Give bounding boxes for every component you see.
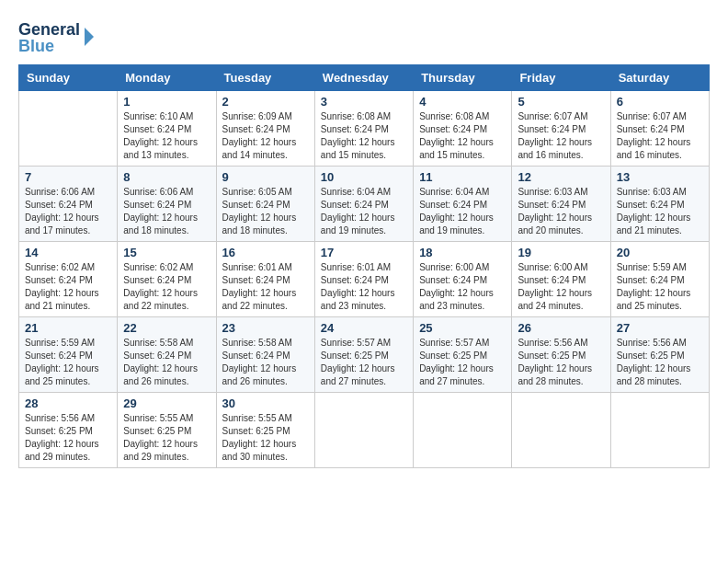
calendar-cell	[19, 91, 118, 167]
day-header-thursday: Thursday	[414, 65, 512, 91]
day-info: Sunrise: 5:57 AM Sunset: 6:25 PM Dayligh…	[321, 337, 407, 388]
day-number: 8	[123, 170, 210, 184]
day-info: Sunrise: 6:08 AM Sunset: 6:24 PM Dayligh…	[321, 110, 407, 162]
day-info: Sunrise: 5:59 AM Sunset: 6:24 PM Dayligh…	[25, 337, 111, 388]
day-header-tuesday: Tuesday	[216, 65, 314, 91]
day-info: Sunrise: 6:08 AM Sunset: 6:24 PM Dayligh…	[419, 110, 506, 162]
day-info: Sunrise: 5:56 AM Sunset: 6:25 PM Dayligh…	[518, 337, 604, 388]
day-info: Sunrise: 6:05 AM Sunset: 6:24 PM Dayligh…	[222, 186, 309, 237]
day-info: Sunrise: 6:04 AM Sunset: 6:24 PM Dayligh…	[321, 186, 407, 237]
calendar-cell: 11Sunrise: 6:04 AM Sunset: 6:24 PM Dayli…	[414, 167, 512, 242]
calendar-cell: 14Sunrise: 6:02 AM Sunset: 6:24 PM Dayli…	[19, 242, 118, 317]
calendar-week-1: 1Sunrise: 6:10 AM Sunset: 6:24 PM Daylig…	[19, 91, 710, 167]
day-number: 11	[419, 170, 506, 184]
calendar-cell: 21Sunrise: 5:59 AM Sunset: 6:24 PM Dayli…	[19, 317, 118, 393]
day-info: Sunrise: 5:55 AM Sunset: 6:25 PM Dayligh…	[123, 412, 210, 464]
calendar-cell: 25Sunrise: 5:57 AM Sunset: 6:25 PM Dayli…	[414, 317, 512, 393]
day-number: 14	[25, 246, 111, 259]
calendar-cell: 27Sunrise: 5:56 AM Sunset: 6:25 PM Dayli…	[610, 317, 709, 393]
calendar-cell: 20Sunrise: 5:59 AM Sunset: 6:24 PM Dayli…	[610, 242, 709, 317]
calendar-header-row: SundayMondayTuesdayWednesdayThursdayFrid…	[19, 65, 710, 91]
day-number: 4	[419, 95, 506, 109]
day-info: Sunrise: 5:56 AM Sunset: 6:25 PM Dayligh…	[617, 337, 703, 388]
calendar-week-2: 7Sunrise: 6:06 AM Sunset: 6:24 PM Daylig…	[19, 167, 710, 242]
day-number: 17	[321, 246, 407, 259]
day-number: 27	[617, 321, 703, 335]
day-header-friday: Friday	[512, 65, 610, 91]
calendar-week-5: 28Sunrise: 5:56 AM Sunset: 6:25 PM Dayli…	[19, 393, 710, 468]
day-number: 13	[617, 170, 703, 184]
calendar-cell: 28Sunrise: 5:56 AM Sunset: 6:25 PM Dayli…	[19, 393, 118, 468]
calendar-cell: 12Sunrise: 6:03 AM Sunset: 6:24 PM Dayli…	[512, 167, 610, 242]
day-header-wednesday: Wednesday	[314, 65, 413, 91]
day-number: 16	[222, 246, 309, 259]
calendar-cell: 3Sunrise: 6:08 AM Sunset: 6:24 PM Daylig…	[314, 91, 413, 167]
svg-text:Blue: Blue	[18, 37, 54, 55]
day-number: 6	[617, 95, 703, 109]
day-number: 21	[25, 321, 111, 335]
day-number: 1	[123, 95, 210, 109]
day-info: Sunrise: 6:06 AM Sunset: 6:24 PM Dayligh…	[25, 186, 111, 237]
day-number: 26	[518, 321, 604, 335]
calendar-cell: 16Sunrise: 6:01 AM Sunset: 6:24 PM Dayli…	[216, 242, 314, 317]
svg-marker-2	[85, 28, 94, 46]
calendar-cell: 22Sunrise: 5:58 AM Sunset: 6:24 PM Dayli…	[118, 317, 216, 393]
day-info: Sunrise: 6:03 AM Sunset: 6:24 PM Dayligh…	[518, 186, 604, 237]
day-info: Sunrise: 6:06 AM Sunset: 6:24 PM Dayligh…	[123, 186, 210, 237]
calendar-cell: 4Sunrise: 6:08 AM Sunset: 6:24 PM Daylig…	[414, 91, 512, 167]
calendar-cell: 15Sunrise: 6:02 AM Sunset: 6:24 PM Dayli…	[118, 242, 216, 317]
day-number: 2	[222, 95, 309, 109]
calendar-cell: 13Sunrise: 6:03 AM Sunset: 6:24 PM Dayli…	[610, 167, 709, 242]
day-info: Sunrise: 6:03 AM Sunset: 6:24 PM Dayligh…	[617, 186, 703, 237]
calendar-cell: 30Sunrise: 5:55 AM Sunset: 6:25 PM Dayli…	[216, 393, 314, 468]
day-info: Sunrise: 6:01 AM Sunset: 6:24 PM Dayligh…	[222, 261, 309, 313]
day-info: Sunrise: 5:58 AM Sunset: 6:24 PM Dayligh…	[123, 337, 210, 388]
calendar-cell	[314, 393, 413, 468]
day-info: Sunrise: 6:07 AM Sunset: 6:24 PM Dayligh…	[617, 110, 703, 162]
calendar-cell: 9Sunrise: 6:05 AM Sunset: 6:24 PM Daylig…	[216, 167, 314, 242]
logo: GeneralBlue	[18, 18, 101, 55]
calendar-cell: 1Sunrise: 6:10 AM Sunset: 6:24 PM Daylig…	[118, 91, 216, 167]
day-info: Sunrise: 6:10 AM Sunset: 6:24 PM Dayligh…	[123, 110, 210, 162]
day-info: Sunrise: 6:02 AM Sunset: 6:24 PM Dayligh…	[25, 261, 111, 313]
day-number: 18	[419, 246, 506, 259]
calendar-cell: 10Sunrise: 6:04 AM Sunset: 6:24 PM Dayli…	[314, 167, 413, 242]
day-info: Sunrise: 6:04 AM Sunset: 6:24 PM Dayligh…	[419, 186, 506, 237]
day-number: 29	[123, 396, 210, 410]
calendar-cell: 6Sunrise: 6:07 AM Sunset: 6:24 PM Daylig…	[610, 91, 709, 167]
day-info: Sunrise: 6:01 AM Sunset: 6:24 PM Dayligh…	[321, 261, 407, 313]
day-info: Sunrise: 5:56 AM Sunset: 6:25 PM Dayligh…	[25, 412, 111, 464]
day-info: Sunrise: 6:00 AM Sunset: 6:24 PM Dayligh…	[419, 261, 506, 313]
day-info: Sunrise: 6:07 AM Sunset: 6:24 PM Dayligh…	[518, 110, 604, 162]
calendar-cell: 19Sunrise: 6:00 AM Sunset: 6:24 PM Dayli…	[512, 242, 610, 317]
header: GeneralBlue	[18, 18, 710, 55]
svg-text:General: General	[18, 20, 80, 39]
calendar-week-3: 14Sunrise: 6:02 AM Sunset: 6:24 PM Dayli…	[19, 242, 710, 317]
calendar-cell: 8Sunrise: 6:06 AM Sunset: 6:24 PM Daylig…	[118, 167, 216, 242]
calendar-cell: 2Sunrise: 6:09 AM Sunset: 6:24 PM Daylig…	[216, 91, 314, 167]
day-info: Sunrise: 5:55 AM Sunset: 6:25 PM Dayligh…	[222, 412, 309, 464]
calendar-cell: 23Sunrise: 5:58 AM Sunset: 6:24 PM Dayli…	[216, 317, 314, 393]
calendar-week-4: 21Sunrise: 5:59 AM Sunset: 6:24 PM Dayli…	[19, 317, 710, 393]
day-number: 7	[25, 170, 111, 184]
day-number: 20	[617, 246, 703, 259]
day-number: 19	[518, 246, 604, 259]
calendar-cell	[414, 393, 512, 468]
day-number: 24	[321, 321, 407, 335]
day-number: 9	[222, 170, 309, 184]
calendar-cell: 18Sunrise: 6:00 AM Sunset: 6:24 PM Dayli…	[414, 242, 512, 317]
calendar-cell: 29Sunrise: 5:55 AM Sunset: 6:25 PM Dayli…	[118, 393, 216, 468]
logo-svg: GeneralBlue	[18, 18, 101, 55]
day-number: 3	[321, 95, 407, 109]
calendar-cell: 26Sunrise: 5:56 AM Sunset: 6:25 PM Dayli…	[512, 317, 610, 393]
day-number: 22	[123, 321, 210, 335]
day-info: Sunrise: 6:00 AM Sunset: 6:24 PM Dayligh…	[518, 261, 604, 313]
day-header-monday: Monday	[118, 65, 216, 91]
calendar-cell: 24Sunrise: 5:57 AM Sunset: 6:25 PM Dayli…	[314, 317, 413, 393]
day-number: 25	[419, 321, 506, 335]
day-info: Sunrise: 5:57 AM Sunset: 6:25 PM Dayligh…	[419, 337, 506, 388]
day-header-sunday: Sunday	[19, 65, 118, 91]
calendar-table: SundayMondayTuesdayWednesdayThursdayFrid…	[18, 64, 710, 468]
day-info: Sunrise: 5:58 AM Sunset: 6:24 PM Dayligh…	[222, 337, 309, 388]
day-number: 10	[321, 170, 407, 184]
